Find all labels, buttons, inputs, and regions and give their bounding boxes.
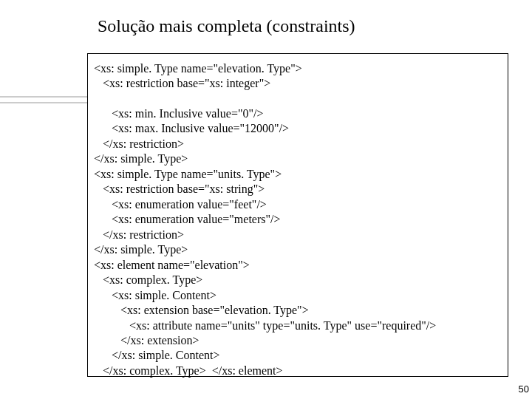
code-line: <xs: simple. Type name="units. Type"> bbox=[94, 167, 502, 182]
code-line: <xs: complex. Type> bbox=[94, 273, 502, 287]
code-line: <xs: restriction base="xs: integer"> bbox=[94, 76, 502, 91]
code-line: <xs: enumeration value="feet"/> bbox=[94, 197, 502, 212]
code-line: </xs: complex. Type> </xs: element> bbox=[94, 364, 502, 378]
code-line: <xs: element name="elevation"> bbox=[94, 258, 502, 273]
code-line: <xs: enumeration value="meters"/> bbox=[94, 212, 502, 227]
decorative-stripe bbox=[0, 102, 87, 103]
decorative-stripe bbox=[0, 96, 87, 98]
code-line: </xs: simple. Content> bbox=[94, 348, 502, 363]
blank-line bbox=[94, 92, 502, 106]
code-line: </xs: simple. Type> bbox=[94, 242, 502, 257]
code-line: <xs: extension base="elevation. Type"> bbox=[94, 303, 502, 318]
code-line: <xs: simple. Type name="elevation. Type"… bbox=[94, 61, 502, 76]
code-line: </xs: extension> bbox=[94, 333, 502, 348]
code-container: <xs: simple. Type name="elevation. Type"… bbox=[87, 53, 508, 377]
page-number: 50 bbox=[519, 383, 529, 395]
code-line: </xs: simple. Type> bbox=[94, 151, 502, 166]
code-line: <xs: max. Inclusive value="12000"/> bbox=[94, 121, 502, 136]
code-line: <xs: min. Inclusive value="0"/> bbox=[94, 106, 502, 121]
code-line: <xs: simple. Content> bbox=[94, 288, 502, 303]
code-line: </xs: restriction> bbox=[94, 137, 502, 151]
code-line: </xs: restriction> bbox=[94, 228, 502, 242]
code-line: <xs: attribute name="units" type="units.… bbox=[94, 318, 502, 333]
code-line: <xs: restriction base="xs: string"> bbox=[94, 182, 502, 197]
page-title: Solução mais completa (constraints) bbox=[98, 16, 355, 36]
